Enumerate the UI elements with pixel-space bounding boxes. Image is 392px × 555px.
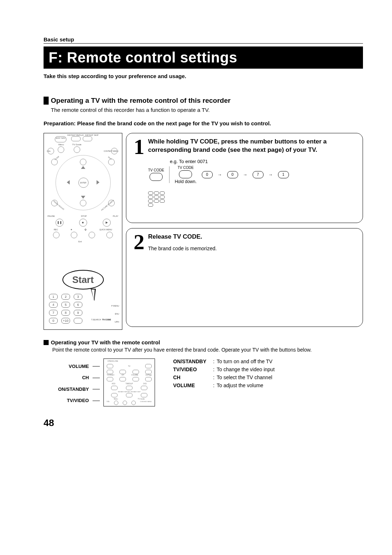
open-close-icon [107, 364, 113, 368]
digit-button: 7 [253, 171, 264, 178]
pause-button: ❚❚ [56, 219, 64, 227]
easy-navi-icon [111, 393, 118, 397]
remote-diagram: INSTANT REPLAY INSTANT SKIP EASY NAVI Me… [44, 133, 122, 330]
dpad: ENTER [67, 166, 99, 199]
preparation-text: Preparation: Please find the brand code … [44, 120, 363, 126]
step-1-title: While holding TV CODE, press the number … [148, 138, 355, 154]
operating-desc: Point the remote control to your TV afte… [52, 347, 363, 353]
content-menu-button [111, 148, 118, 154]
tvcode-button-icon [179, 170, 192, 178]
instant-replay-button [71, 136, 81, 141]
power-icon [145, 364, 152, 368]
subsection-title: Operating a TV with the remote control o… [51, 97, 230, 105]
step-number-1: 1 [134, 138, 144, 215]
arrow-right-icon: → [218, 172, 222, 177]
rec-button [53, 232, 60, 238]
section-label: Basic setup [44, 36, 363, 44]
play-button: ▶ [103, 219, 111, 227]
start-callout: Start [62, 270, 104, 289]
menu-button [58, 146, 64, 153]
easy-navi-button: EASY NAVI [55, 136, 66, 142]
step-1: 1 While holding TV CODE, press the numbe… [126, 133, 363, 223]
quick-menu-button [106, 232, 113, 238]
subsection-desc: The remote control of this recorder has … [51, 107, 363, 113]
step-2-desc: The brand code is memorized. [148, 246, 355, 251]
mini-number-pad-icon [148, 191, 355, 207]
standby-icon [107, 370, 113, 374]
tvcode-button-icon [150, 173, 163, 181]
info-button [48, 148, 54, 154]
intro-text: Take this step according to your prefere… [44, 73, 363, 79]
marker-icon [44, 97, 49, 105]
enter-button: ENTER [78, 178, 89, 188]
page-title-bar: F: Remote control settings [44, 46, 363, 69]
button-label-column: VOLUME CH ON/STANDBY TV/VIDEO [58, 361, 89, 406]
square-marker-icon [44, 340, 49, 345]
digit-button: 1 [278, 171, 289, 178]
step-2: 2 Release TV CODE. The brand code is mem… [126, 228, 363, 327]
arrow-right-icon: → [243, 172, 248, 177]
stop-button: ■ [79, 219, 87, 227]
digit-button: 0 [227, 171, 238, 178]
step-number-2: 2 [134, 233, 144, 319]
subsection-header: Operating a TV with the remote control o… [44, 97, 363, 105]
operating-header: Operating your TV with the remote contro… [44, 339, 363, 345]
instant-skip-button [83, 136, 92, 141]
number-pad: 123 456 789 0+10 [49, 294, 82, 326]
page-number: 48 [44, 417, 363, 429]
arrow-right-icon: → [269, 172, 273, 177]
tvguide-button [74, 146, 80, 153]
function-table: ON/STANDBY:To turn on and off the TV TV/… [173, 358, 275, 406]
tvvideo-icon [107, 377, 113, 381]
mini-remote-diagram: OPEN/CLOSE TV TV/VIDEOCHVOLUMECh/Page [103, 358, 155, 406]
digit-button: 0 [202, 171, 213, 178]
step-2-title: Release TV CODE. [148, 233, 355, 241]
